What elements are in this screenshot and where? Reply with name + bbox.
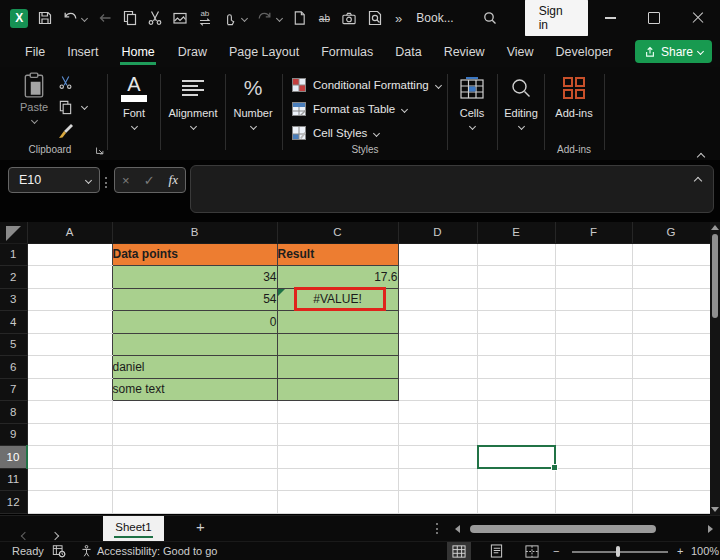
tab-home[interactable]: Home: [109, 36, 166, 67]
format-as-table-button[interactable]: Format as Table: [292, 99, 407, 119]
cut-icon[interactable]: [142, 0, 167, 36]
cell-F6[interactable]: [555, 356, 632, 379]
cell-A7[interactable]: [27, 378, 112, 401]
cell-F8[interactable]: [555, 401, 632, 424]
column-header-E[interactable]: E: [477, 222, 555, 243]
cell-B7[interactable]: some text: [112, 378, 277, 401]
cell-E8[interactable]: [477, 401, 555, 424]
clipboard-dialog-launcher-icon[interactable]: [94, 145, 105, 156]
scroll-right-icon[interactable]: [708, 525, 713, 533]
cell-B2[interactable]: 34: [112, 266, 277, 289]
camera-icon[interactable]: [337, 0, 362, 36]
new-file-icon[interactable]: [287, 0, 312, 36]
row-header-4[interactable]: 4: [0, 311, 27, 334]
cell-F2[interactable]: [555, 266, 632, 289]
document-lookup-icon[interactable]: [362, 0, 387, 36]
cell-G6[interactable]: [632, 356, 710, 379]
vertical-scrollbar[interactable]: [710, 222, 720, 515]
new-sheet-button[interactable]: +: [196, 518, 205, 535]
cell-A4[interactable]: [27, 311, 112, 334]
cell-D9[interactable]: [398, 423, 477, 446]
addins-button[interactable]: Add-ins: [547, 71, 601, 119]
cell-E3[interactable]: [477, 288, 555, 311]
cell-G9[interactable]: [632, 423, 710, 446]
scroll-down-icon[interactable]: [711, 507, 719, 512]
cell-C12[interactable]: [277, 491, 398, 514]
scroll-up-icon[interactable]: [711, 225, 719, 230]
cell-G1[interactable]: [632, 243, 710, 266]
name-box[interactable]: E10: [8, 167, 100, 193]
cell-F3[interactable]: [555, 288, 632, 311]
cell-F4[interactable]: [555, 311, 632, 334]
tab-data[interactable]: Data: [384, 36, 432, 67]
cell-F9[interactable]: [555, 423, 632, 446]
page-break-view-button[interactable]: [520, 542, 544, 560]
tab-file[interactable]: File: [14, 36, 56, 67]
font-group-button[interactable]: A Font: [107, 71, 161, 129]
cell-C10[interactable]: [277, 446, 398, 469]
share-button[interactable]: Share: [635, 40, 712, 63]
cell-D8[interactable]: [398, 401, 477, 424]
cut-button[interactable]: [58, 75, 73, 90]
copy-button[interactable]: [58, 100, 73, 115]
cell-B9[interactable]: [112, 423, 277, 446]
fill-handle[interactable]: [551, 464, 558, 471]
find-replace-icon[interactable]: ab: [192, 0, 217, 36]
copy-dropdown-icon[interactable]: [82, 104, 87, 109]
cell-D6[interactable]: [398, 356, 477, 379]
cell-G11[interactable]: [632, 468, 710, 491]
copy-icon[interactable]: [117, 0, 142, 36]
format-painter-button[interactable]: [58, 123, 74, 139]
cell-C5[interactable]: [277, 333, 398, 356]
cell-D4[interactable]: [398, 311, 477, 334]
cell-styles-button[interactable]: Cell Styles: [292, 123, 379, 143]
formula-input[interactable]: [190, 165, 714, 213]
cell-A10[interactable]: [27, 446, 112, 469]
page-layout-view-button[interactable]: [484, 542, 508, 560]
zoom-out-button[interactable]: −: [553, 542, 559, 560]
conditional-formatting-button[interactable]: Conditional Formatting: [292, 75, 441, 95]
row-header-7[interactable]: 7: [0, 378, 27, 401]
row-header-3[interactable]: 3: [0, 288, 27, 311]
cell-E7[interactable]: [477, 378, 555, 401]
horizontal-scroll-thumb[interactable]: [470, 525, 656, 533]
cell-D5[interactable]: [398, 333, 477, 356]
cell-A8[interactable]: [27, 401, 112, 424]
cell-A2[interactable]: [27, 266, 112, 289]
cell-E1[interactable]: [477, 243, 555, 266]
cell-E9[interactable]: [477, 423, 555, 446]
cell-C8[interactable]: [277, 401, 398, 424]
cell-C9[interactable]: [277, 423, 398, 446]
cell-F10[interactable]: [555, 446, 632, 469]
cell-F7[interactable]: [555, 378, 632, 401]
sheet-tab-sheet1[interactable]: Sheet1: [103, 516, 164, 541]
column-header-A[interactable]: A: [27, 222, 112, 243]
tab-view[interactable]: View: [496, 36, 545, 67]
cell-A3[interactable]: [27, 288, 112, 311]
editing-group-button[interactable]: Editing: [494, 71, 548, 129]
undo-dropdown-icon[interactable]: [82, 0, 92, 36]
cell-D3[interactable]: [398, 288, 477, 311]
cell-E4[interactable]: [477, 311, 555, 334]
cell-E2[interactable]: [477, 266, 555, 289]
macro-record-icon[interactable]: [52, 542, 66, 560]
strikethrough-icon[interactable]: ab: [312, 0, 337, 36]
cancel-icon[interactable]: ×: [122, 173, 130, 188]
draw-touch-icon[interactable]: [217, 0, 242, 36]
cell-F12[interactable]: [555, 491, 632, 514]
cell-B8[interactable]: [112, 401, 277, 424]
cell-E6[interactable]: [477, 356, 555, 379]
zoom-slider-track[interactable]: [572, 551, 668, 553]
cell-D7[interactable]: [398, 378, 477, 401]
collapse-formula-bar-icon[interactable]: [694, 177, 702, 185]
cell-E12[interactable]: [477, 491, 555, 514]
tab-formulas[interactable]: Formulas: [310, 36, 384, 67]
normal-view-button[interactable]: [447, 542, 471, 560]
alignment-group-button[interactable]: Alignment: [166, 71, 220, 129]
cell-D1[interactable]: [398, 243, 477, 266]
row-header-1[interactable]: 1: [0, 243, 27, 266]
cell-A1[interactable]: [27, 243, 112, 266]
cell-D11[interactable]: [398, 468, 477, 491]
enter-icon[interactable]: ✓: [144, 173, 155, 188]
cell-E10-selected[interactable]: [477, 446, 555, 469]
